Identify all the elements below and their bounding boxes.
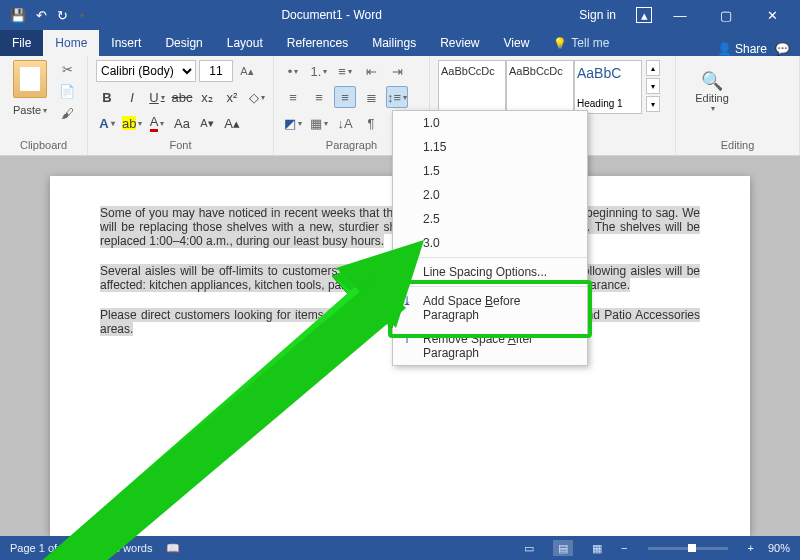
bullets-icon[interactable]: • [282, 60, 304, 82]
show-marks-icon[interactable]: ¶ [360, 112, 382, 134]
copy-icon[interactable]: 📄 [56, 82, 78, 100]
tab-mailings[interactable]: Mailings [360, 30, 428, 56]
line-spacing-options[interactable]: Line Spacing Options... [393, 260, 587, 284]
sign-in-link[interactable]: Sign in [579, 8, 616, 22]
grow-font-icon[interactable]: A▴ [236, 60, 258, 82]
tab-file[interactable]: File [0, 30, 43, 56]
read-mode-icon[interactable]: ▭ [519, 540, 539, 556]
zoom-out-icon[interactable]: − [621, 542, 627, 554]
maximize-button[interactable]: ▢ [708, 0, 744, 30]
sort-icon[interactable]: ↓A [334, 112, 356, 134]
share-button[interactable]: 👤 Share [717, 42, 767, 56]
word-count[interactable]: 98 of 98 words [80, 542, 152, 554]
spacing-3-0[interactable]: 3.0 [393, 231, 587, 255]
app-name: Word [353, 8, 381, 22]
increase-indent-icon[interactable]: ⇥ [386, 60, 408, 82]
format-painter-icon[interactable]: 🖌 [56, 104, 78, 122]
line-spacing-button[interactable]: ↕≡ [386, 86, 408, 108]
shading-icon[interactable]: ◩ [282, 112, 304, 134]
menu-separator [393, 286, 587, 287]
page-indicator[interactable]: Page 1 of 1 [10, 542, 66, 554]
subscript-button[interactable]: x₂ [196, 86, 218, 108]
style-heading1[interactable]: AaBbCHeading 1 [574, 60, 642, 114]
grow-font2-icon[interactable]: A▴ [221, 112, 243, 134]
web-layout-icon[interactable]: ▦ [587, 540, 607, 556]
tab-design[interactable]: Design [153, 30, 214, 56]
tab-layout[interactable]: Layout [215, 30, 275, 56]
cut-icon[interactable]: ✂ [56, 60, 78, 78]
align-justify-icon[interactable]: ≣ [360, 86, 382, 108]
minimize-button[interactable]: — [662, 0, 698, 30]
multilevel-icon[interactable]: ≡ [334, 60, 356, 82]
zoom-in-icon[interactable]: + [748, 542, 754, 554]
spacing-2-0[interactable]: 2.0 [393, 183, 587, 207]
shrink-font-icon[interactable]: A▾ [196, 112, 218, 134]
comments-icon[interactable]: 💬 [775, 42, 790, 56]
redo-icon[interactable]: ↻ [57, 8, 68, 23]
quick-access-toolbar: 💾 ↶ ↻ [0, 8, 94, 23]
remove-after-label: Remove Space After Paragraph [423, 332, 533, 360]
qat-customize[interactable] [78, 11, 84, 20]
spacing-1-5[interactable]: 1.5 [393, 159, 587, 183]
group-editing: 🔍 Editing Editing [676, 56, 800, 155]
numbering-icon[interactable]: 1. [308, 60, 330, 82]
spacing-2-5[interactable]: 2.5 [393, 207, 587, 231]
spellcheck-icon[interactable]: 📖 [166, 542, 180, 555]
tab-references[interactable]: References [275, 30, 360, 56]
style-nospacing[interactable]: AaBbCcDc [506, 60, 574, 114]
ribbon-display-icon[interactable]: ▴ [636, 7, 652, 23]
superscript-button[interactable]: x² [221, 86, 243, 108]
italic-button[interactable]: I [121, 86, 143, 108]
underline-button[interactable]: U [146, 86, 168, 108]
borders-icon[interactable]: ▦ [308, 112, 330, 134]
paste-button[interactable]: Paste [8, 60, 52, 118]
group-label-font: Font [88, 137, 273, 153]
styles-up-icon[interactable]: ▴ [646, 60, 660, 76]
style-preview: AaBbC [577, 65, 639, 81]
undo-icon[interactable]: ↶ [36, 8, 47, 23]
strike-button[interactable]: abc [171, 86, 193, 108]
editing-button[interactable]: 🔍 Editing [684, 60, 740, 113]
print-layout-icon[interactable]: ▤ [553, 540, 573, 556]
close-button[interactable]: ✕ [754, 0, 790, 30]
group-label-editing: Editing [676, 137, 799, 153]
align-center-icon[interactable]: ≡ [308, 86, 330, 108]
clear-formatting-icon[interactable]: ◇ [246, 86, 268, 108]
zoom-slider[interactable] [648, 547, 728, 550]
spacing-1-0[interactable]: 1.0 [393, 111, 587, 135]
style-preview: AaBbCcDc [441, 65, 503, 77]
font-color-icon[interactable]: A [146, 112, 168, 134]
remove-space-after[interactable]: ⤒Remove Space After Paragraph [393, 327, 587, 365]
title-bar: 💾 ↶ ↻ Document1 - Word Sign in ▴ — ▢ ✕ [0, 0, 800, 30]
tab-home[interactable]: Home [43, 30, 99, 56]
group-label-clipboard: Clipboard [0, 137, 87, 153]
save-icon[interactable]: 💾 [10, 8, 26, 23]
group-font: Calibri (Body) A▴ B I U abc x₂ x² ◇ A ab… [88, 56, 274, 155]
style-name: Heading 1 [577, 98, 639, 109]
font-size-input[interactable] [199, 60, 233, 82]
find-icon: 🔍 [701, 70, 723, 92]
styles-down-icon[interactable]: ▾ [646, 78, 660, 94]
text-effects-icon[interactable]: A [96, 112, 118, 134]
paste-label: Paste [13, 104, 47, 116]
align-right-icon[interactable]: ≡ [334, 86, 356, 108]
decrease-indent-icon[interactable]: ⇤ [360, 60, 382, 82]
change-case-icon[interactable]: Aa [171, 112, 193, 134]
line-spacing-menu: 1.0 1.15 1.5 2.0 2.5 3.0 Line Spacing Op… [392, 110, 588, 366]
highlight-icon[interactable]: ab [121, 112, 143, 134]
align-left-icon[interactable]: ≡ [282, 86, 304, 108]
style-normal[interactable]: AaBbCcDc [438, 60, 506, 114]
share-label: Share [735, 42, 767, 56]
styles-more-icon[interactable]: ▾ [646, 96, 660, 112]
tab-insert[interactable]: Insert [99, 30, 153, 56]
font-name-select[interactable]: Calibri (Body) [96, 60, 196, 82]
spacing-1-15[interactable]: 1.15 [393, 135, 587, 159]
title: Document1 - Word [94, 8, 569, 22]
tab-review[interactable]: Review [428, 30, 491, 56]
editing-label: Editing [695, 92, 729, 104]
tab-view[interactable]: View [492, 30, 542, 56]
zoom-level[interactable]: 90% [768, 542, 790, 554]
tab-tell-me[interactable]: Tell me [541, 30, 621, 56]
bold-button[interactable]: B [96, 86, 118, 108]
add-space-before[interactable]: ⤓Add Space Before Paragraph [393, 289, 587, 327]
